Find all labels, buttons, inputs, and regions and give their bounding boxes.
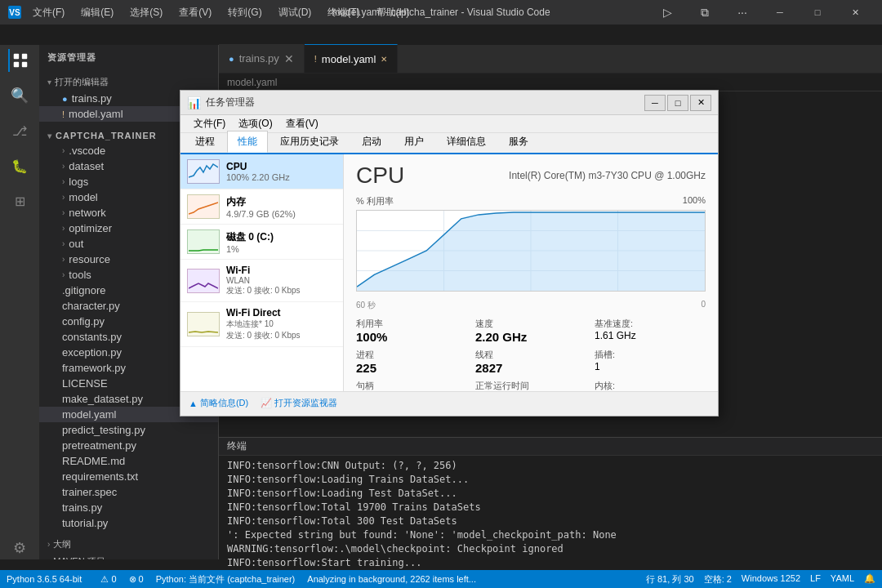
sidebar-icon-extensions[interactable]: ⊞ (8, 189, 31, 212)
term-line-5: INFO:tensorflow:Total 300 Test DataSets (227, 515, 874, 529)
tm-wifi-info: Wi-Fi WLAN发送: 0 接收: 0 Kbps (226, 265, 336, 296)
tm-open-monitor-button[interactable]: 📈 打开资源监视器 (261, 397, 337, 409)
tm-list-item-wifid[interactable]: Wi-Fi Direct 本地连接* 10发送: 0 接收: 0 Kbps (180, 302, 343, 347)
tm-titlebar: 📊 任务管理器 ─ □ ✕ (180, 91, 718, 115)
status-analyzing: Analyzing in background, 2262 items left… (307, 574, 476, 584)
breadcrumb-text: model.yaml (227, 77, 277, 88)
status-bell[interactable]: 🔔 (864, 573, 875, 586)
status-python[interactable]: Python 3.6.5 64-bit (0, 570, 88, 588)
tm-tab-app-history[interactable]: 应用历史记录 (270, 131, 350, 153)
term-line-7: WARNING:tensorflow:.\model\checkpoint: C… (227, 543, 874, 557)
file-requirements[interactable]: requirements.txt (39, 469, 218, 484)
status-spaces[interactable]: 空格: 2 (704, 573, 732, 586)
tm-brief-info-button[interactable]: ▲ 简略信息(D) (189, 397, 248, 409)
file-constants-label: constants.py (62, 331, 122, 343)
outline-title[interactable]: › 大纲 (39, 536, 218, 553)
sidebar-icon-search[interactable]: 🔍 (8, 84, 31, 107)
tm-open-monitor-label: 打开资源监视器 (274, 397, 337, 409)
split-editor-button[interactable]: ⧉ (686, 0, 724, 24)
menu-goto[interactable]: 转到(G) (223, 6, 266, 20)
monitor-icon: 📈 (261, 398, 272, 408)
folder-resource-label: resource (69, 253, 110, 265)
minimize-button[interactable]: ─ (761, 0, 799, 24)
tab-model[interactable]: ! model.yaml ✕ (305, 44, 399, 73)
tm-stat-sockets: 插槽: 1 (595, 349, 706, 375)
file-tutorial[interactable]: tutorial.py (39, 515, 218, 531)
file-trains-label: trains.py (62, 501, 102, 514)
tm-stat-util-value: 100% (356, 330, 467, 344)
sidebar-icon-settings[interactable]: ⚙ (8, 537, 31, 559)
tm-brief-info-label: 简略信息(D) (200, 397, 248, 409)
tm-stat-sockets-value: 1 (595, 361, 706, 372)
tm-stat-process: 进程 225 (356, 349, 467, 375)
tm-tab-services[interactable]: 服务 (498, 131, 539, 153)
tm-stat-speed-label: 速度 (475, 318, 586, 330)
terminal-content: INFO:tensorflow:CNN Output: (?, ?, 256) … (219, 456, 882, 588)
yaml-icon: ! (62, 109, 65, 119)
status-encoding[interactable]: Windows 1252 (742, 573, 800, 586)
run-button[interactable]: ▷ (648, 0, 686, 24)
arrow-model: › (62, 193, 65, 202)
tm-wifid-thumb (187, 312, 220, 336)
tm-maximize-button[interactable]: □ (667, 95, 688, 111)
tm-minimize-button[interactable]: ─ (644, 95, 666, 111)
more-button[interactable]: ··· (724, 0, 761, 24)
file-character-label: character.py (62, 300, 120, 312)
status-lf[interactable]: LF (810, 573, 821, 586)
tm-list-item-wifi[interactable]: Wi-Fi WLAN发送: 0 接收: 0 Kbps (180, 260, 343, 302)
tm-close-button[interactable]: ✕ (690, 95, 711, 111)
file-exception-label: exception.py (62, 346, 122, 359)
tab-trains[interactable]: ● trains.py ✕ (219, 44, 305, 73)
close-button[interactable]: ✕ (836, 0, 874, 24)
tm-mem-info: 内存 4.9/7.9 GB (62%) (226, 195, 336, 219)
tm-list-item-mem[interactable]: 内存 4.9/7.9 GB (62%) (180, 189, 343, 225)
terminal-header: 终端 (219, 438, 882, 456)
file-readme[interactable]: README.md (39, 453, 218, 469)
menu-file[interactable]: 文件(F) (28, 6, 69, 20)
file-trainer-spec[interactable]: trainer.spec (39, 484, 218, 500)
terminal-label: 终端 (227, 439, 247, 453)
open-editors-title[interactable]: ▾ 打开的编辑器 (39, 74, 218, 91)
tab-trains-close[interactable]: ✕ (284, 52, 294, 65)
maven-title[interactable]: › MAVEN 项目 (39, 553, 218, 559)
folder-model-label: model (69, 191, 97, 203)
file-trains[interactable]: trains.py (39, 500, 218, 515)
tab-model-icon: ! (314, 54, 317, 64)
sidebar-icon-git[interactable]: ⎇ (8, 119, 31, 142)
tm-list-item-cpu[interactable]: CPU 100% 2.20 GHz (180, 154, 343, 189)
maximize-button[interactable]: □ (799, 0, 836, 24)
arrow-out: › (62, 239, 65, 248)
tm-tab-startup[interactable]: 启动 (351, 131, 392, 153)
tm-stat-speed-value: 2.20 GHz (475, 330, 586, 344)
tm-wifi-thumb (187, 269, 220, 293)
tm-tab-users[interactable]: 用户 (394, 131, 434, 153)
tm-tab-details[interactable]: 详细信息 (436, 131, 497, 153)
folder-out-label: out (69, 238, 83, 250)
menu-debug[interactable]: 调试(D) (274, 6, 317, 20)
tm-wifi-sub: WLAN发送: 0 接收: 0 Kbps (226, 276, 336, 296)
tm-stat-uptime: 正常运行时间 5:05:46:21 (475, 380, 586, 391)
sidebar-icon-debug[interactable]: 🐛 (8, 154, 31, 177)
tm-disk-thumb (187, 229, 220, 254)
file-model-yaml-label: model.yaml (62, 408, 116, 421)
file-requirements-label: requirements.txt (62, 470, 138, 483)
status-line[interactable]: 行 81, 列 30 (646, 573, 694, 586)
tm-tab-performance[interactable]: 性能 (227, 131, 268, 153)
file-pretreatment[interactable]: pretreatment.py (39, 438, 218, 453)
file-predict-testing[interactable]: predict_testing.py (39, 422, 218, 438)
breadcrumb: model.yaml (219, 74, 882, 91)
tm-stat-cores-label: 内核: (595, 380, 706, 391)
tm-tab-process[interactable]: 进程 (185, 131, 225, 153)
file-pretreatment-label: pretreatment.py (62, 439, 136, 452)
menu-select[interactable]: 选择(S) (125, 6, 167, 20)
sidebar-icon-explorer[interactable] (8, 49, 31, 72)
py-icon: ● (62, 94, 68, 104)
status-errors[interactable]: ⚠ 0 (100, 574, 116, 585)
status-warnings[interactable]: ⊗ 0 (129, 574, 144, 585)
menu-edit[interactable]: 编辑(E) (76, 6, 118, 20)
tm-time-start: 60 秒 (356, 300, 376, 311)
menu-view[interactable]: 查看(V) (174, 6, 216, 20)
tm-tabs: 进程 性能 应用历史记录 启动 用户 详细信息 服务 (180, 133, 718, 154)
tm-list-item-disk[interactable]: 磁盘 0 (C:) 1% (180, 225, 343, 260)
status-lang[interactable]: YAML (831, 573, 854, 586)
